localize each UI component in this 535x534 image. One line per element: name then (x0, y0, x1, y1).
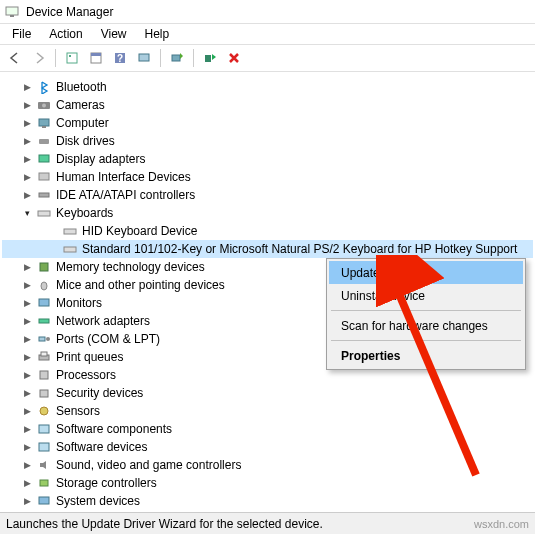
software-icon (36, 439, 52, 455)
tree-node-hid-keyboard[interactable]: HID Keyboard Device (2, 222, 533, 240)
tree-label: Human Interface Devices (56, 170, 191, 184)
scan-button[interactable] (133, 47, 155, 69)
disk-icon (36, 133, 52, 149)
tree-label: Bluetooth (56, 80, 107, 94)
chevron-right-icon[interactable]: ▶ (20, 440, 34, 454)
chevron-right-icon[interactable]: ▶ (20, 278, 34, 292)
tree-label: Software components (56, 422, 172, 436)
chevron-right-icon[interactable]: ▶ (20, 476, 34, 490)
tree-node-security[interactable]: ▶Security devices (2, 384, 533, 402)
status-bar: Launches the Update Driver Wizard for th… (0, 512, 535, 534)
chevron-right-icon[interactable]: ▶ (20, 332, 34, 346)
chevron-right-icon[interactable]: ▶ (20, 116, 34, 130)
tree-node-storage[interactable]: ▶Storage controllers (2, 474, 533, 492)
tree-node-keyboards[interactable]: ▾Keyboards (2, 204, 533, 222)
tree-label: Standard 101/102-Key or Microsoft Natura… (82, 242, 517, 256)
svg-rect-21 (64, 247, 76, 252)
mouse-icon (36, 277, 52, 293)
svg-rect-29 (41, 352, 47, 356)
tree-node-software-devices[interactable]: ▶Software devices (2, 438, 533, 456)
tree-node-software-components[interactable]: ▶Software components (2, 420, 533, 438)
chevron-right-icon[interactable]: ▶ (20, 170, 34, 184)
tree-node-sensors[interactable]: ▶Sensors (2, 402, 533, 420)
bluetooth-icon (36, 79, 52, 95)
help-button[interactable]: ? (109, 47, 131, 69)
tree-node-computer[interactable]: ▶Computer (2, 114, 533, 132)
tree-label: Processors (56, 368, 116, 382)
tree-node-hid[interactable]: ▶Human Interface Devices (2, 168, 533, 186)
tree-label: Mice and other pointing devices (56, 278, 225, 292)
toolbar-separator (193, 49, 194, 67)
chevron-right-icon[interactable]: ▶ (20, 494, 34, 508)
svg-rect-26 (39, 337, 45, 341)
uninstall-button[interactable] (223, 47, 245, 69)
storage-icon (36, 475, 52, 491)
tree-node-cameras[interactable]: ▶Cameras (2, 96, 533, 114)
tree-label: Disk drives (56, 134, 115, 148)
chevron-right-icon[interactable]: ▶ (20, 188, 34, 202)
toolbar-separator (160, 49, 161, 67)
context-menu: Update driver Uninstall device Scan for … (326, 258, 526, 370)
display-icon (36, 151, 52, 167)
sound-icon (36, 457, 52, 473)
ctx-update-driver[interactable]: Update driver (329, 261, 523, 284)
chevron-right-icon[interactable]: ▶ (20, 422, 34, 436)
svg-rect-18 (39, 193, 49, 197)
svg-rect-35 (40, 480, 48, 486)
chevron-right-icon[interactable]: ▶ (20, 296, 34, 310)
title-bar: Device Manager (0, 0, 535, 24)
ctx-scan[interactable]: Scan for hardware changes (329, 314, 523, 337)
svg-rect-14 (42, 126, 46, 128)
keyboard-icon (62, 241, 78, 257)
svg-point-12 (42, 104, 46, 108)
memory-icon (36, 259, 52, 275)
chevron-right-icon[interactable]: ▶ (20, 152, 34, 166)
chevron-right-icon[interactable]: ▶ (20, 458, 34, 472)
tree-node-sound[interactable]: ▶Sound, video and game controllers (2, 456, 533, 474)
svg-point-32 (40, 407, 48, 415)
tree-node-bluetooth[interactable]: ▶Bluetooth (2, 78, 533, 96)
chevron-right-icon[interactable]: ▶ (20, 134, 34, 148)
tree-node-standard-keyboard[interactable]: Standard 101/102-Key or Microsoft Natura… (2, 240, 533, 258)
svg-rect-0 (6, 7, 18, 15)
chevron-right-icon[interactable]: ▶ (20, 404, 34, 418)
tree-label: Print queues (56, 350, 123, 364)
menu-action[interactable]: Action (41, 25, 90, 43)
tree-label: Storage controllers (56, 476, 157, 490)
chevron-right-icon[interactable]: ▶ (20, 350, 34, 364)
ctx-uninstall[interactable]: Uninstall device (329, 284, 523, 307)
ctx-properties[interactable]: Properties (329, 344, 523, 367)
svg-point-27 (46, 337, 50, 341)
enable-device-button[interactable] (199, 47, 221, 69)
forward-button[interactable] (28, 47, 50, 69)
svg-rect-24 (39, 299, 49, 306)
properties-button[interactable] (85, 47, 107, 69)
chevron-right-icon[interactable]: ▶ (20, 260, 34, 274)
chevron-right-icon[interactable]: ▶ (20, 80, 34, 94)
tree-node-ide[interactable]: ▶IDE ATA/ATAPI controllers (2, 186, 533, 204)
svg-rect-9 (172, 55, 180, 61)
tree-label: Cameras (56, 98, 105, 112)
tree-label: Sensors (56, 404, 100, 418)
tree-node-system[interactable]: ▶System devices (2, 492, 533, 510)
tree-node-disk-drives[interactable]: ▶Disk drives (2, 132, 533, 150)
menu-view[interactable]: View (93, 25, 135, 43)
chevron-down-icon[interactable]: ▾ (20, 206, 34, 220)
menu-bar: File Action View Help (0, 24, 535, 44)
show-hidden-button[interactable] (61, 47, 83, 69)
svg-rect-16 (39, 155, 49, 162)
tree-label: Software devices (56, 440, 147, 454)
chevron-right-icon[interactable]: ▶ (20, 386, 34, 400)
back-button[interactable] (4, 47, 26, 69)
chevron-right-icon[interactable]: ▶ (20, 368, 34, 382)
chevron-right-icon[interactable]: ▶ (20, 98, 34, 112)
menu-file[interactable]: File (4, 25, 39, 43)
chevron-right-icon[interactable]: ▶ (20, 314, 34, 328)
tree-label: Display adapters (56, 152, 145, 166)
tree-node-display-adapters[interactable]: ▶Display adapters (2, 150, 533, 168)
update-driver-button[interactable] (166, 47, 188, 69)
status-text: Launches the Update Driver Wizard for th… (6, 517, 323, 531)
monitor-icon (36, 295, 52, 311)
svg-rect-8 (139, 54, 149, 61)
menu-help[interactable]: Help (137, 25, 178, 43)
